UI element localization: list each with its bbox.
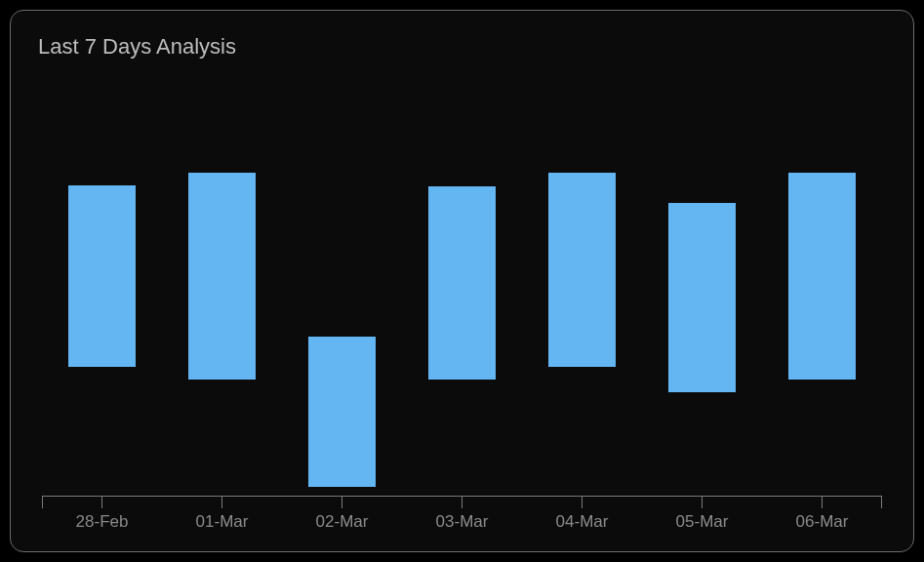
bar xyxy=(308,337,376,487)
tick-slot: 05-Mar xyxy=(642,497,762,532)
axis-tick-mark xyxy=(101,497,102,508)
x-tick-label: 05-Mar xyxy=(676,512,729,532)
x-tick-label: 02-Mar xyxy=(316,512,369,532)
x-tick-label: 01-Mar xyxy=(196,512,249,532)
bar-slot xyxy=(522,65,642,496)
tick-slot: 02-Mar xyxy=(282,497,402,532)
x-tick-label: 28-Feb xyxy=(76,512,129,532)
bar-slot xyxy=(642,65,762,496)
bar xyxy=(548,173,616,366)
bar-slot xyxy=(42,65,162,496)
bar-slot xyxy=(402,65,522,496)
plot-area: 28-Feb 01-Mar 02-Mar 03-Mar 04-Mar 05-Ma… xyxy=(38,65,886,532)
bar xyxy=(668,203,736,392)
bar xyxy=(68,185,136,366)
bar-slot xyxy=(762,65,882,496)
axis-tick-mark xyxy=(702,497,703,508)
chart-card: Last 7 Days Analysis xyxy=(10,10,914,552)
axis-tick-mark xyxy=(582,497,583,508)
bar-slot xyxy=(282,65,402,496)
tick-slot: 01-Mar xyxy=(162,497,282,532)
tick-slot: 28-Feb xyxy=(42,497,162,532)
x-tick-label: 04-Mar xyxy=(556,512,609,532)
bar-slot xyxy=(162,65,282,496)
bar xyxy=(188,173,256,380)
x-tick-label: 06-Mar xyxy=(796,512,849,532)
axis-tick-mark xyxy=(221,497,222,508)
bars-region xyxy=(38,65,886,496)
axis-tick-mark xyxy=(822,497,823,508)
bar xyxy=(428,186,496,380)
tick-slot: 04-Mar xyxy=(522,497,642,532)
tick-slot: 03-Mar xyxy=(402,497,522,532)
x-axis-ticks: 28-Feb 01-Mar 02-Mar 03-Mar 04-Mar 05-Ma… xyxy=(38,497,886,532)
axis-tick-mark xyxy=(341,497,342,508)
tick-slot: 06-Mar xyxy=(762,497,882,532)
bar xyxy=(788,173,856,380)
chart-title: Last 7 Days Analysis xyxy=(38,34,886,60)
x-tick-label: 03-Mar xyxy=(436,512,489,532)
axis-tick-mark xyxy=(462,497,462,508)
